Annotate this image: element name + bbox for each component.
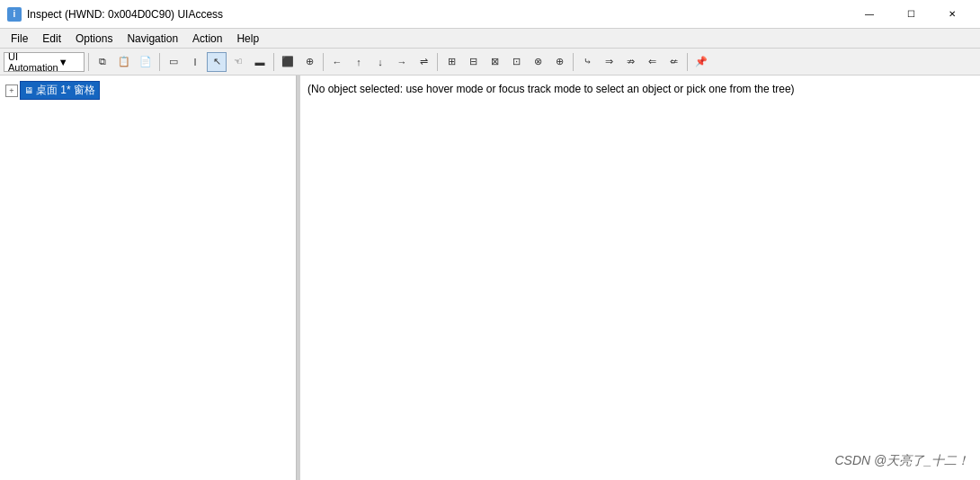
copy-button-1[interactable]: ⧉ — [93, 52, 112, 72]
info-panel: (No object selected: use hover mode or f… — [300, 76, 980, 480]
window-title: Inspect (HWND: 0x004D0C90) UIAccess — [27, 8, 223, 21]
tree-b2[interactable]: ⊟ — [463, 52, 483, 72]
nav-back-button[interactable]: ← — [327, 52, 347, 72]
minimize-button[interactable]: — — [849, 0, 890, 29]
toolbar-sep-2 — [159, 53, 160, 71]
dropdown-arrow: ▼ — [58, 57, 80, 67]
tree-b6[interactable]: ⊕ — [549, 52, 569, 72]
toolbar: UI Automation ▼ ⧉ 📋 📄 ▭ I ↖ ☜ ▬ ⬛ ⊕ ← ↑ … — [0, 49, 980, 76]
window-mode-button[interactable]: ▬ — [250, 52, 270, 72]
toolbar-sep-3 — [273, 53, 274, 71]
toolbar-sep-4 — [323, 53, 324, 71]
maximize-button[interactable]: ☐ — [890, 0, 931, 29]
watermark: CSDN @天亮了_十二！ — [834, 453, 969, 469]
nav-forward-button[interactable]: → — [392, 52, 412, 72]
tree-expand-icon[interactable]: + — [5, 84, 18, 97]
toolbar-sep-1 — [88, 53, 89, 71]
close-button[interactable]: ✕ — [931, 0, 973, 29]
action-b4[interactable]: ⇐ — [642, 52, 662, 72]
stop-button[interactable]: ⬛ — [278, 52, 298, 72]
tree-node-label[interactable]: 🖥 桌面 1* 窗格 — [20, 81, 100, 100]
text-mode-button[interactable]: I — [185, 52, 205, 72]
app-icon: i — [7, 7, 22, 22]
title-bar-left: i Inspect (HWND: 0x004D0C90) UIAccess — [7, 7, 223, 22]
menu-help[interactable]: Help — [229, 29, 266, 48]
title-bar-controls: — ☐ ✕ — [849, 0, 973, 29]
menu-action[interactable]: Action — [185, 29, 229, 48]
cursor-mode-button[interactable]: ↖ — [207, 52, 227, 72]
menu-navigation[interactable]: Navigation — [120, 29, 185, 48]
nav-up-button[interactable]: ↑ — [349, 52, 369, 72]
action-b2[interactable]: ⇒ — [599, 52, 619, 72]
menu-file[interactable]: File — [4, 29, 35, 48]
nav-toggle-button[interactable]: ⇌ — [414, 52, 433, 72]
menu-edit[interactable]: Edit — [35, 29, 68, 48]
toolbar-sep-5 — [437, 53, 438, 71]
copy-button-2[interactable]: 📋 — [114, 52, 134, 72]
toolbar-sep-6 — [573, 53, 574, 71]
hand-mode-button[interactable]: ☜ — [228, 52, 248, 72]
action-b3[interactable]: ⇏ — [620, 52, 640, 72]
rect-mode-button[interactable]: ▭ — [164, 52, 183, 72]
toolbar-sep-7 — [687, 53, 688, 71]
tree-node-text: 桌面 1* 窗格 — [36, 83, 95, 98]
tree-b5[interactable]: ⊗ — [528, 52, 548, 72]
tree-node-icon: 🖥 — [24, 85, 33, 95]
title-bar: i Inspect (HWND: 0x004D0C90) UIAccess — … — [0, 0, 980, 29]
tree-b4[interactable]: ⊡ — [506, 52, 526, 72]
no-selection-message: (No object selected: use hover mode or f… — [307, 83, 795, 95]
action-b1[interactable]: ⤷ — [577, 52, 597, 72]
target-button[interactable]: ⊕ — [299, 52, 319, 72]
nav-down-button[interactable]: ↓ — [370, 52, 390, 72]
tree-panel: + 🖥 桌面 1* 窗格 — [0, 76, 297, 480]
dropdown-value: UI Automation — [8, 51, 58, 73]
tree-b3[interactable]: ⊠ — [485, 52, 504, 72]
main-content: + 🖥 桌面 1* 窗格 (No object selected: use ho… — [0, 76, 980, 480]
menu-options[interactable]: Options — [68, 29, 120, 48]
action-b5[interactable]: ⇍ — [664, 52, 683, 72]
copy-button-3[interactable]: 📄 — [136, 52, 156, 72]
tree-expand-button[interactable]: ⊞ — [441, 52, 461, 72]
automation-type-dropdown[interactable]: UI Automation ▼ — [4, 52, 85, 72]
menu-bar: File Edit Options Navigation Action Help — [0, 29, 980, 49]
tree-item-desktop[interactable]: + 🖥 桌面 1* 窗格 — [4, 79, 292, 102]
misc-b1[interactable]: 📌 — [691, 52, 711, 72]
